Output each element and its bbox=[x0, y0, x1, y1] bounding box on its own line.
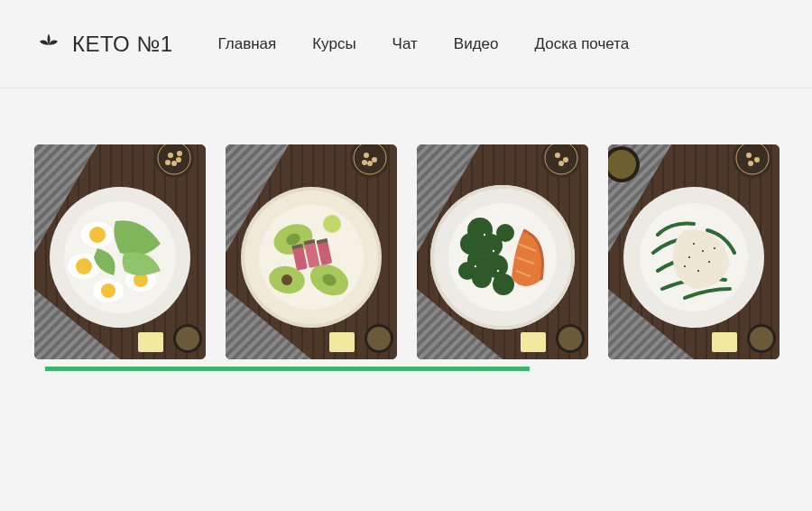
leaf-icon bbox=[36, 30, 61, 59]
svg-point-30 bbox=[367, 161, 373, 166]
svg-point-56 bbox=[558, 161, 564, 166]
logo[interactable]: КЕТО №1 bbox=[36, 30, 173, 59]
main-nav: Главная Курсы Чат Видео Доска почета bbox=[218, 35, 630, 53]
svg-point-29 bbox=[372, 157, 377, 163]
svg-rect-59 bbox=[521, 332, 546, 352]
svg-point-69 bbox=[458, 262, 476, 280]
meal-card[interactable] bbox=[608, 144, 780, 359]
meal-image bbox=[226, 144, 397, 359]
svg-point-70 bbox=[496, 224, 514, 242]
meal-cards-row bbox=[34, 144, 778, 359]
svg-point-58 bbox=[558, 327, 582, 350]
svg-point-82 bbox=[608, 150, 636, 179]
svg-point-50 bbox=[323, 215, 341, 233]
svg-point-22 bbox=[101, 283, 115, 298]
svg-point-78 bbox=[746, 153, 752, 158]
svg-point-18 bbox=[89, 227, 106, 243]
svg-point-7 bbox=[168, 153, 173, 158]
svg-point-80 bbox=[748, 161, 753, 166]
meal-image bbox=[34, 144, 206, 359]
svg-rect-14 bbox=[138, 332, 163, 352]
carousel-progress-fill bbox=[45, 367, 530, 371]
carousel-progress[interactable] bbox=[45, 367, 595, 371]
svg-point-94 bbox=[714, 247, 715, 249]
nav-video[interactable]: Видео bbox=[454, 35, 499, 53]
svg-point-89 bbox=[702, 250, 704, 252]
svg-point-84 bbox=[750, 327, 773, 350]
svg-point-92 bbox=[697, 270, 699, 272]
svg-point-28 bbox=[364, 153, 369, 158]
nav-board[interactable]: Доска почета bbox=[534, 35, 629, 53]
svg-point-93 bbox=[684, 265, 686, 267]
svg-point-68 bbox=[493, 274, 514, 295]
meal-card[interactable] bbox=[34, 144, 206, 359]
nav-chat[interactable]: Чат bbox=[392, 35, 418, 53]
svg-point-10 bbox=[177, 151, 182, 156]
svg-point-74 bbox=[493, 250, 494, 252]
nav-courses[interactable]: Курсы bbox=[312, 35, 355, 53]
svg-point-71 bbox=[484, 234, 485, 236]
svg-point-20 bbox=[76, 258, 92, 274]
meal-image bbox=[417, 144, 588, 359]
brand-name: КЕТО №1 bbox=[72, 32, 173, 57]
nav-home[interactable]: Главная bbox=[218, 35, 277, 53]
svg-point-54 bbox=[555, 153, 560, 158]
header: КЕТО №1 Главная Курсы Чат Видео Доска по… bbox=[0, 0, 812, 88]
svg-point-72 bbox=[497, 270, 499, 272]
svg-point-90 bbox=[688, 256, 690, 258]
svg-rect-34 bbox=[329, 332, 355, 352]
meal-image bbox=[608, 144, 780, 359]
svg-point-88 bbox=[693, 243, 695, 245]
svg-rect-85 bbox=[712, 332, 737, 352]
svg-point-31 bbox=[362, 160, 367, 165]
svg-point-73 bbox=[475, 265, 476, 267]
content bbox=[0, 88, 812, 371]
svg-point-9 bbox=[171, 161, 177, 166]
svg-point-11 bbox=[165, 160, 171, 165]
svg-point-33 bbox=[367, 327, 391, 350]
svg-point-43 bbox=[281, 274, 292, 285]
svg-point-13 bbox=[176, 327, 199, 350]
svg-point-8 bbox=[176, 157, 181, 163]
svg-point-55 bbox=[563, 157, 568, 163]
meal-card[interactable] bbox=[226, 144, 397, 359]
meal-card[interactable] bbox=[417, 144, 588, 359]
svg-point-79 bbox=[754, 157, 760, 163]
svg-point-91 bbox=[708, 261, 710, 263]
